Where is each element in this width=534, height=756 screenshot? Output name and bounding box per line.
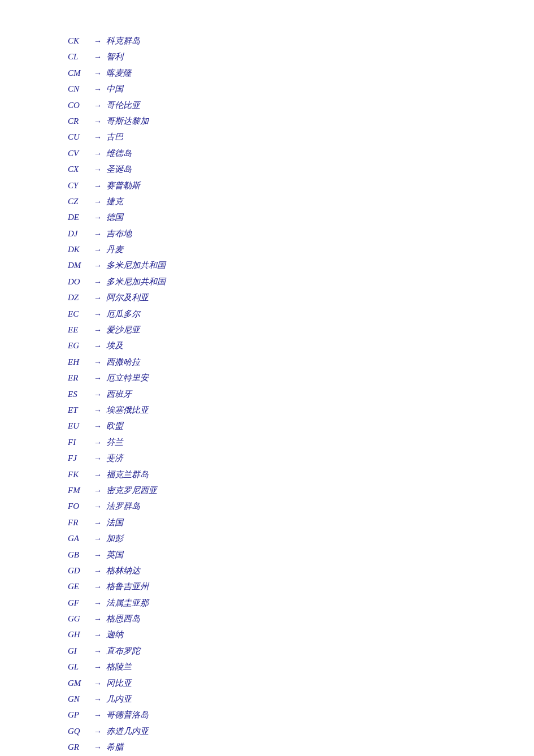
entry-arrow-icon: → (94, 661, 102, 673)
entries-list: CK→科克群岛CL→智利CM→喀麦隆CN→中国CO→哥伦比亚CR→哥斯达黎加CU… (68, 34, 466, 756)
list-item: GH→迦纳 (68, 628, 466, 641)
entry-name: 赤道几内亚 (106, 724, 149, 738)
list-item: GL→格陵兰 (68, 660, 466, 673)
entry-code: FM (68, 483, 89, 497)
entry-code: ES (68, 387, 89, 401)
entry-arrow-icon: → (94, 469, 102, 481)
entry-arrow-icon: → (94, 276, 102, 288)
entry-name: 福克兰群岛 (106, 468, 149, 481)
entry-name: 密克罗尼西亚 (106, 483, 157, 497)
list-item: DM→多米尼加共和国 (68, 258, 466, 272)
list-item: GI→直布罗陀 (68, 644, 466, 658)
entry-code: DK (68, 243, 89, 256)
entry-name: 多米尼加共和国 (106, 258, 166, 272)
list-item: CX→圣诞岛 (68, 162, 466, 176)
entry-code: CM (68, 66, 89, 80)
entry-arrow-icon: → (94, 581, 102, 593)
entry-code: EH (68, 355, 89, 369)
list-item: GA→加彭 (68, 532, 466, 545)
entry-name: 埃塞俄比亚 (106, 403, 149, 417)
entry-arrow-icon: → (94, 180, 102, 192)
entry-code: FO (68, 499, 89, 513)
entry-name: 厄瓜多尔 (106, 307, 140, 321)
list-item: GD→格林纳达 (68, 564, 466, 577)
entry-arrow-icon: → (94, 533, 102, 545)
entry-code: GM (68, 676, 89, 690)
entry-name: 阿尔及利亚 (106, 291, 149, 304)
entry-code: DJ (68, 227, 89, 240)
entry-arrow-icon: → (94, 485, 102, 497)
entry-code: EG (68, 339, 89, 352)
entry-arrow-icon: → (94, 565, 102, 577)
entry-arrow-icon: → (94, 131, 102, 144)
entry-code: DZ (68, 291, 89, 304)
entry-arrow-icon: → (94, 51, 102, 63)
entry-arrow-icon: → (94, 292, 102, 304)
list-item: GM→冈比亚 (68, 676, 466, 690)
entry-name: 格陵兰 (106, 660, 132, 673)
entry-arrow-icon: → (94, 244, 102, 256)
entry-arrow-icon: → (94, 260, 102, 272)
entry-code: GE (68, 580, 89, 593)
entry-code: CL (68, 50, 89, 63)
list-item: DJ→吉布地 (68, 227, 466, 240)
list-item: CU→古巴 (68, 130, 466, 144)
entry-arrow-icon: → (94, 372, 102, 385)
entry-name: 古巴 (106, 130, 123, 144)
list-item: DK→丹麦 (68, 243, 466, 256)
entry-name: 法罗群岛 (106, 499, 140, 513)
entry-name: 丹麦 (106, 243, 123, 256)
list-item: CR→哥斯达黎加 (68, 114, 466, 128)
entry-arrow-icon: → (94, 308, 102, 321)
list-item: DZ→阿尔及利亚 (68, 291, 466, 304)
entry-code: GF (68, 596, 89, 610)
list-item: EG→埃及 (68, 339, 466, 352)
entry-code: GG (68, 612, 89, 625)
entry-code: EU (68, 419, 89, 433)
entry-code: CV (68, 146, 89, 160)
entry-code: GL (68, 660, 89, 673)
entry-name: 维德岛 (106, 146, 132, 160)
list-item: EE→爱沙尼亚 (68, 323, 466, 336)
entry-code: EC (68, 307, 89, 321)
entry-arrow-icon: → (94, 228, 102, 240)
list-item: ER→厄立特里安 (68, 371, 466, 385)
list-item: GG→格恩西岛 (68, 612, 466, 625)
entry-code: CK (68, 34, 89, 47)
entry-code: CX (68, 162, 89, 176)
entry-arrow-icon: → (94, 517, 102, 529)
entry-arrow-icon: → (94, 725, 102, 738)
list-item: CY→赛普勒斯 (68, 179, 466, 192)
entry-arrow-icon: → (94, 340, 102, 352)
entry-name: 智利 (106, 50, 123, 63)
entry-name: 格鲁吉亚州 (106, 580, 149, 593)
list-item: CL→智利 (68, 50, 466, 63)
list-item: CV→维德岛 (68, 146, 466, 160)
entry-code: GI (68, 644, 89, 658)
entry-name: 加彭 (106, 532, 123, 545)
entry-name: 格恩西岛 (106, 612, 140, 625)
entry-arrow-icon: → (94, 83, 102, 96)
entry-arrow-icon: → (94, 388, 102, 401)
entry-arrow-icon: → (94, 693, 102, 706)
entry-name: 哥德普洛岛 (106, 708, 149, 722)
list-item: GQ→赤道几内亚 (68, 724, 466, 738)
list-item: GF→法属圭亚那 (68, 596, 466, 610)
entry-code: GB (68, 548, 89, 561)
entry-arrow-icon: → (94, 549, 102, 561)
entry-name: 德国 (106, 210, 123, 224)
list-item: ET→埃塞俄比亚 (68, 403, 466, 417)
entry-name: 哥斯达黎加 (106, 114, 149, 128)
list-item: DE→德国 (68, 210, 466, 224)
entry-code: ET (68, 403, 89, 417)
entry-arrow-icon: → (94, 629, 102, 641)
entry-name: 英国 (106, 548, 123, 561)
list-item: CK→科克群岛 (68, 34, 466, 47)
entry-arrow-icon: → (94, 645, 102, 658)
list-item: CO→哥伦比亚 (68, 98, 466, 112)
entry-code: FR (68, 516, 89, 529)
entry-code: GH (68, 628, 89, 641)
entry-code: CO (68, 98, 89, 112)
entry-code: CZ (68, 195, 89, 208)
entry-name: 多米尼加共和国 (106, 275, 166, 288)
